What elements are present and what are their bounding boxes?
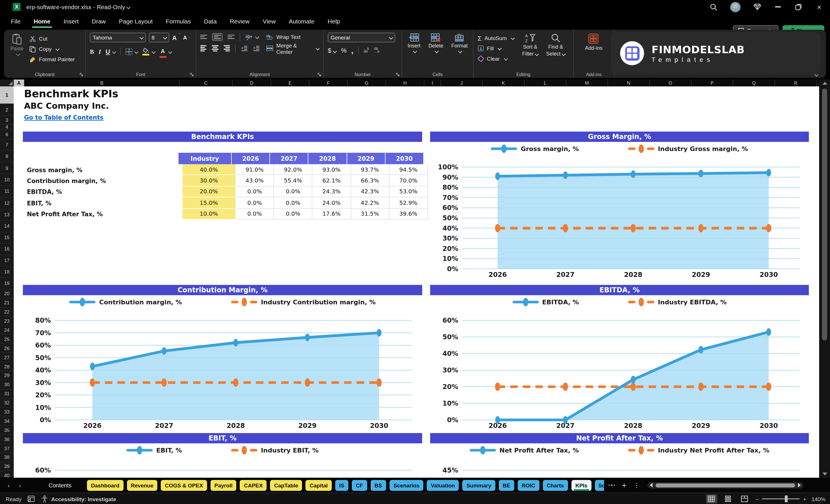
sheet-tab-capital[interactable]: Capital	[306, 480, 332, 491]
value-cell[interactable]: 94.5%	[389, 164, 428, 175]
row-header-34[interactable]: 34	[0, 417, 14, 426]
row-header-17[interactable]: 17	[0, 255, 14, 266]
kpi-col-header-2030[interactable]: 2030	[386, 153, 424, 164]
column-header-P[interactable]: P	[692, 80, 733, 86]
sheet-tab-kpis[interactable]: KPIs	[571, 480, 592, 491]
fill-color-button[interactable]	[142, 48, 150, 56]
scroll-up-arrow-icon[interactable]	[823, 82, 827, 85]
row-header-25[interactable]: 25	[0, 335, 14, 344]
column-header-H[interactable]: H	[386, 80, 424, 86]
row-header-18[interactable]: 18	[0, 266, 14, 278]
value-cell[interactable]: 31.5%	[351, 209, 389, 220]
menu-tab-automate[interactable]: Automate	[288, 17, 315, 26]
scroll-left-arrow-icon[interactable]	[650, 483, 653, 487]
value-cell[interactable]: 53.0%	[389, 187, 428, 198]
decrease-indent-icon[interactable]	[241, 45, 247, 52]
font-size-select[interactable]: 8	[149, 33, 169, 42]
read-only-badge[interactable]: Read-Only	[97, 4, 125, 10]
worksheet-canvas[interactable]: Benchmark KPIs ABC Company Inc. Go to Ta…	[14, 86, 819, 478]
column-header-Q[interactable]: Q	[733, 80, 775, 86]
row-header-10[interactable]: 10	[0, 174, 14, 186]
sheet-tab-payroll[interactable]: Payroll	[211, 480, 236, 491]
menu-tab-file[interactable]: File	[10, 17, 21, 26]
industry-value-cell[interactable]: 40.0%	[183, 164, 236, 175]
row-header-28[interactable]: 28	[0, 362, 14, 371]
sheet-tab-charts[interactable]: Charts	[543, 480, 568, 491]
column-header-L[interactable]: L	[524, 80, 566, 86]
sheet-tab-scenarios[interactable]: Scenarios	[389, 480, 423, 491]
kpi-col-header-2027[interactable]: 2027	[270, 153, 308, 164]
orientation-icon[interactable]: ab	[246, 33, 253, 40]
italic-button[interactable]: I	[99, 49, 101, 54]
autosum-button[interactable]: Σ AutoSum	[478, 34, 514, 42]
value-cell[interactable]: 66.3%	[351, 175, 389, 187]
sheet-tab-captable[interactable]: CapTable	[270, 480, 302, 491]
row-header-19[interactable]: 19	[0, 278, 14, 289]
menu-tab-help[interactable]: Help	[327, 17, 341, 26]
row-header-3[interactable]: 3	[0, 116, 14, 125]
accounting-format-button[interactable]: $	[328, 47, 337, 54]
kpi-col-header-2029[interactable]: 2029	[347, 153, 385, 164]
menu-tab-insert[interactable]: Insert	[63, 17, 79, 26]
industry-value-cell[interactable]: 30.0%	[183, 175, 236, 187]
increase-indent-icon[interactable]	[253, 45, 260, 52]
column-header-F[interactable]: F	[310, 80, 348, 86]
borders-chevron[interactable]	[134, 50, 138, 54]
wrap-text-button[interactable]: ab Wrap Text	[266, 33, 300, 41]
column-headers[interactable]: ABCDEFGHIJKLMNOPQRS	[14, 80, 819, 86]
row-header-7[interactable]: 7	[0, 139, 14, 151]
row-header-2[interactable]: 2	[0, 104, 14, 116]
row-header-31[interactable]: 31	[0, 389, 14, 399]
row-header-38[interactable]: 38	[0, 453, 14, 462]
value-cell[interactable]: 43.0%	[236, 175, 274, 187]
sheet-tab-is[interactable]: IS	[335, 480, 348, 491]
shrink-font-button[interactable]: Aˆ	[183, 35, 187, 40]
comma-style-button[interactable]: ,	[351, 46, 353, 55]
insert-cells-button[interactable]: Insert	[405, 33, 423, 70]
column-header-K[interactable]: K	[483, 80, 524, 86]
zoom-slider-handle[interactable]	[785, 496, 787, 502]
accessibility-status[interactable]: Accessibility: Investigate	[41, 495, 116, 503]
zoom-level[interactable]: 140%	[811, 496, 825, 502]
cut-button[interactable]: Cut	[29, 34, 75, 43]
menu-tab-draw[interactable]: Draw	[91, 17, 106, 26]
row-header-16[interactable]: 16	[0, 244, 14, 255]
borders-icon[interactable]	[125, 48, 132, 55]
row-header-23[interactable]: 23	[0, 317, 14, 326]
merge-center-button[interactable]: Merge & Center	[266, 44, 319, 53]
kpi-col-header-2026[interactable]: 2026	[232, 153, 270, 164]
column-header-N[interactable]: N	[608, 80, 650, 86]
sheet-tab-cogs-opex[interactable]: COGS & OPEX	[161, 480, 207, 491]
value-cell[interactable]: 0.0%	[236, 187, 274, 198]
industry-value-cell[interactable]: 20.0%	[183, 187, 236, 198]
row-header-6[interactable]: 6	[0, 130, 14, 139]
industry-value-cell[interactable]: 10.0%	[183, 209, 236, 220]
value-cell[interactable]: 92.0%	[274, 164, 312, 175]
underline-button[interactable]: U	[105, 49, 110, 54]
font-dialog-launcher-icon[interactable]	[190, 72, 194, 76]
column-header-A[interactable]: A	[14, 80, 25, 86]
underline-options-chevron[interactable]	[112, 50, 116, 54]
sheet-tab-summary[interactable]: Summary	[462, 480, 496, 491]
font-color-button[interactable]: A	[159, 45, 166, 58]
sheet-tab-sc[interactable]: Sc	[595, 480, 604, 491]
menu-tab-review[interactable]: Review	[229, 17, 250, 26]
number-format-select[interactable]: General	[328, 33, 395, 42]
value-cell[interactable]: 0.0%	[236, 197, 274, 209]
decrease-decimal-button[interactable]: .00→.0	[374, 48, 379, 53]
minimize-button[interactable]	[774, 3, 782, 11]
format-cells-button[interactable]: Format	[449, 33, 470, 70]
row-header-12[interactable]: 12	[0, 197, 14, 209]
row-header-4[interactable]: 4	[0, 125, 14, 130]
row-header-11[interactable]: 11	[0, 186, 14, 198]
kpi-col-header-industry[interactable]: Industry	[179, 153, 232, 164]
row-header-15[interactable]: 15	[0, 232, 14, 244]
sheet-nav-left-icon[interactable]: ‹	[5, 482, 12, 488]
kpi-col-header-2028[interactable]: 2028	[309, 153, 347, 164]
value-cell[interactable]: 93.7%	[351, 164, 389, 175]
font-color-chevron[interactable]	[168, 50, 172, 54]
column-header-E[interactable]: E	[271, 80, 310, 86]
row-header-22[interactable]: 22	[0, 308, 14, 317]
sheet-tab-cf[interactable]: CF	[352, 480, 367, 491]
column-header-I[interactable]: I	[424, 80, 441, 86]
